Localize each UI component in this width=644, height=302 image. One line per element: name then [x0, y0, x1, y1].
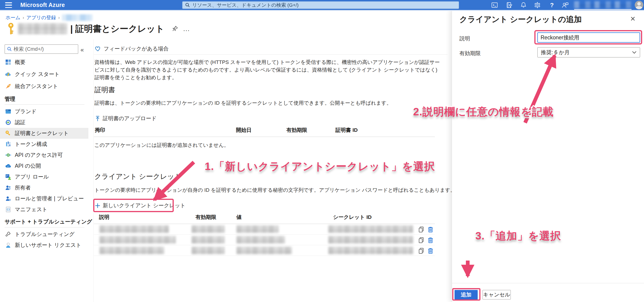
sidebar-item-roles-administrators[interactable]: ロールと管理者 | プレビュー [0, 193, 88, 204]
global-search[interactable] [182, 2, 459, 9]
new-client-secret-label: 新しいクライアント シークレット [103, 202, 186, 209]
help-icon[interactable]: ? [548, 2, 556, 9]
panel-footer-divider [452, 283, 644, 283]
sidebar-item-label: 所有者 [15, 184, 31, 191]
sidebar-item-authentication[interactable]: 認証 [0, 117, 88, 128]
sidebar-item-manifest[interactable]: マニフェスト [0, 204, 88, 215]
new-client-secret-button[interactable]: 新しいクライアント シークレット [95, 202, 186, 209]
description-input[interactable] [537, 33, 640, 43]
sidebar-item-label: ブランド [15, 108, 36, 115]
credentials-intro-text: 資格情報は、Web アドレスの指定が可能な場所で (HTTPS スキーマを使用し… [94, 58, 442, 81]
annotation-step2: 2.説明欄に任意の情報を記載 [413, 105, 554, 119]
account-avatar[interactable] [635, 1, 643, 9]
owners-people-icon [5, 185, 11, 191]
heart-icon [95, 46, 101, 52]
cert-col-certificate-id: 証明書 ID [336, 126, 358, 134]
sidebar-item-new-support-request[interactable]: 新しいサポート リクエスト [0, 240, 88, 251]
sidebar-item-label: アプリ ロール [15, 173, 49, 180]
breadcrumb-app-registrations-link[interactable]: アプリの登録 [26, 14, 56, 21]
sidebar-section-manage: 管理 [5, 95, 94, 103]
secret-row-id-blurred [328, 247, 413, 254]
certificates-empty-message: このアプリケーションには証明書が追加されていません。 [94, 142, 229, 149]
hamburger-menu-icon[interactable] [5, 2, 12, 8]
annotation-step3: 3.「追加」を選択 [475, 229, 561, 243]
sidebar-section-support: サポート + トラブルシューティング [5, 218, 94, 225]
table-bottom-divider [94, 256, 435, 256]
panel-title: クライアント シークレットの追加 [460, 14, 582, 25]
notifications-bell-icon[interactable] [520, 2, 527, 9]
sidebar-item-branding[interactable]: ブランド [0, 106, 88, 117]
upload-certificate-link[interactable]: 証明書のアップロード [95, 115, 156, 122]
client-secrets-description: トークンの要求時にアプリケーションが自身の ID を証明するために使用する秘密の… [94, 187, 456, 194]
directory-filter-icon[interactable] [506, 2, 512, 9]
sidebar-item-certificates-secrets[interactable]: 証明書とシークレット [0, 128, 88, 139]
certificates-description: 証明書は、トークンの要求時にアプリケーションの ID を証明するシークレットとし… [94, 100, 392, 107]
sidebar: « 概要 クイック スタート 統合アシスタント 管理 ブランド 認証 証明書とシ… [0, 39, 94, 302]
plus-icon [95, 203, 100, 208]
upload-certificate-label: 証明書のアップロード [103, 115, 156, 122]
secret-row-id-blurred [328, 225, 413, 233]
sidebar-item-label: 証明書とシークレット [15, 130, 69, 137]
secret-row-expires-blurred [192, 247, 224, 254]
cloud-shell-icon[interactable] [491, 2, 498, 9]
key-icon [7, 23, 15, 35]
sidebar-item-integration-assistant[interactable]: 統合アシスタント [0, 80, 88, 92]
delete-trash-icon[interactable] [427, 247, 434, 254]
sidebar-item-owners[interactable]: 所有者 [0, 182, 88, 193]
secret-row-description-blurred [100, 225, 169, 233]
sidebar-item-expose-api[interactable]: API の公開 [0, 160, 88, 171]
breadcrumb-home-link[interactable]: ホーム [6, 14, 20, 21]
description-label: 説明 [460, 35, 470, 42]
brand-title: Microsoft Azure [20, 2, 65, 8]
table-header-divider [94, 137, 435, 137]
sidebar-search[interactable] [5, 45, 78, 54]
global-search-input[interactable] [192, 2, 447, 8]
sidebar-item-app-roles[interactable]: アプリ ロール [0, 171, 88, 182]
sidebar-item-api-permissions[interactable]: API のアクセス許可 [0, 150, 88, 160]
feedback-person-icon[interactable] [562, 2, 568, 9]
settings-gear-icon[interactable] [534, 2, 541, 9]
row-divider [94, 234, 435, 235]
collapse-sidebar-button[interactable]: « [80, 46, 84, 54]
sidebar-item-token-configuration[interactable]: トークン構成 [0, 139, 88, 150]
api-permissions-icon [5, 152, 11, 158]
breadcrumb-separator: › [23, 15, 24, 20]
account-info-blurred [574, 1, 632, 8]
divider [5, 227, 84, 227]
delete-trash-icon[interactable] [427, 237, 434, 244]
sidebar-item-label: 概要 [15, 59, 26, 66]
copy-icon[interactable] [418, 247, 425, 254]
add-button[interactable]: 追加 [454, 290, 478, 299]
sidebar-item-quickstart[interactable]: クイック スタート [0, 68, 88, 80]
secret-row-description-blurred [100, 236, 176, 244]
pin-icon[interactable] [172, 25, 178, 32]
expires-dropdown[interactable]: 推奨: 6 か月 [537, 47, 640, 58]
sidebar-search-input[interactable] [14, 46, 72, 52]
sidebar-item-label: 新しいサポート リクエスト [15, 241, 82, 249]
manifest-braces-icon [5, 206, 11, 213]
secret-row-expires-blurred [192, 225, 224, 233]
sidebar-item-overview[interactable]: 概要 [0, 56, 88, 68]
cert-col-thumbprint: 拇印 [95, 126, 105, 134]
divider [5, 104, 84, 105]
sidebar-item-troubleshooting[interactable]: トラブルシューティング [0, 229, 88, 240]
copy-icon[interactable] [418, 226, 425, 233]
chevron-down-icon [632, 51, 636, 54]
header-bottom-strip [0, 10, 644, 11]
key-icon [5, 130, 11, 136]
roles-admin-icon [5, 195, 11, 202]
feedback-link[interactable]: フィードバックがある場合 [95, 45, 169, 52]
expires-selected-value: 推奨: 6 か月 [541, 49, 570, 56]
support-person-icon [5, 242, 11, 248]
breadcrumb: ホーム › アプリの登録 › [6, 14, 92, 21]
copy-icon[interactable] [418, 237, 425, 244]
sidebar-item-label: API のアクセス許可 [15, 151, 63, 159]
delete-trash-icon[interactable] [427, 226, 434, 233]
close-icon[interactable]: ✕ [630, 15, 636, 23]
sidebar-item-label: マニフェスト [15, 206, 48, 213]
cloud-lightning-icon [5, 71, 11, 77]
more-actions-ellipsis[interactable]: … [183, 25, 190, 33]
cancel-button[interactable]: キャンセル [482, 290, 511, 299]
sidebar-item-label: API の公開 [15, 162, 41, 170]
sidebar-item-label: 統合アシスタント [15, 83, 58, 90]
